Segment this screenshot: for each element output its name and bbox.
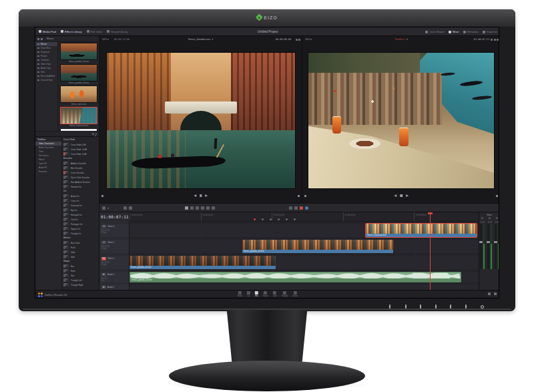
video-track-header[interactable]: V2 Video 2 1 Clip: [100, 240, 129, 253]
volume-fader[interactable]: [480, 224, 482, 269]
effect-item[interactable]: Arrow Iris: [63, 194, 98, 198]
media-clip[interactable]: Venice_spritz.mov: [60, 85, 97, 106]
effect-item[interactable]: Blur Dissolve: [63, 166, 98, 170]
search-icon[interactable]: [92, 133, 94, 135]
step-back-button[interactable]: [194, 194, 196, 197]
mixer-strip[interactable]: A1: [480, 218, 485, 269]
timeline-marker[interactable]: [270, 218, 272, 220]
panel-toggle-button[interactable]: Media Pool: [39, 30, 56, 33]
timeline-marker[interactable]: [262, 218, 264, 220]
effect-item[interactable]: Cross Fade +3 dB: [63, 147, 98, 152]
track-badge[interactable]: V3: [101, 225, 106, 228]
effect-item[interactable]: Additive Dissolve: [63, 161, 98, 166]
effect-item[interactable]: Split: [63, 254, 98, 259]
viewer-zoom-select[interactable]: 50%: [102, 38, 109, 41]
effect-item[interactable]: Barn Door: [63, 240, 98, 245]
fader-handle[interactable]: [494, 241, 497, 243]
play-button[interactable]: [205, 194, 208, 197]
replace-clip-icon[interactable]: [212, 206, 215, 210]
video-track-header[interactable]: V1 Video 1 1 Clip: [100, 256, 129, 269]
timeline-tracks-area[interactable]: 01:00:00:0001:00:02:0001:00:04:0001:00:0…: [129, 212, 479, 290]
snapping-icon[interactable]: [289, 206, 292, 210]
media-clip[interactable]: Venice_gondola_02.mov: [60, 64, 97, 84]
page-button[interactable]: Fairlight: [282, 291, 288, 297]
audio-track-header[interactable]: A2 Audio 2 2.0: [100, 284, 129, 290]
timeline-clip-v1[interactable]: Venice_gondola_01.mov: [129, 256, 276, 269]
marker-icon[interactable]: [305, 206, 308, 210]
timeline-marker[interactable]: [254, 218, 256, 220]
media-clip[interactable]: Venice_gondola_01.mov: [60, 43, 97, 63]
toolbox-item[interactable]: Favorites: [35, 170, 61, 174]
effect-item[interactable]: Dip to Color Dissolve: [63, 175, 98, 180]
in-point-icon[interactable]: [101, 195, 103, 197]
project-settings-icon[interactable]: [494, 292, 497, 295]
viewer-zoom-select[interactable]: 50%: [305, 38, 312, 41]
timeline-clip-v3[interactable]: Venice_restaurant.mov: [366, 224, 477, 237]
effect-item[interactable]: Cross Fade -3 dB: [63, 152, 98, 156]
audio-track-header[interactable]: A1 Audio 1 2.0: [100, 272, 129, 282]
panel-toggle-button[interactable]: Inspector: [483, 30, 497, 33]
effect-item[interactable]: Triangle Left: [63, 278, 98, 282]
effect-item[interactable]: Box: [63, 264, 98, 268]
video-track-header[interactable]: V3 Video 3 1 Clip: [100, 224, 129, 237]
mixer-strip[interactable]: A2: [487, 218, 493, 269]
volume-fader[interactable]: [487, 224, 489, 269]
project-manager-icon[interactable]: [488, 292, 491, 295]
panel-toggle-button[interactable]: Sound Library: [107, 30, 127, 33]
source-video-image[interactable]: [106, 52, 296, 189]
stop-button[interactable]: [200, 194, 202, 197]
effect-item[interactable]: Cross Fade 0 dB: [63, 142, 98, 147]
panel-toggle-button[interactable]: Metadata: [463, 30, 479, 33]
panel-toggle-button[interactable]: Quick Export: [425, 30, 445, 33]
trim-edit-mode-icon[interactable]: [190, 206, 194, 210]
stop-button[interactable]: [400, 194, 403, 197]
effect-item[interactable]: Square Iris: [63, 226, 98, 231]
page-button[interactable]: Media: [238, 291, 242, 297]
out-point-icon[interactable]: [496, 195, 498, 197]
effect-item[interactable]: Heart: [63, 268, 98, 273]
timeline-marker[interactable]: [286, 218, 288, 220]
timeline-marker[interactable]: [278, 218, 280, 220]
effect-item[interactable]: Push: [63, 245, 98, 250]
effect-item[interactable]: Diamond Iris: [63, 203, 98, 208]
viewer-clip-select[interactable]: Venice_Gondola.mov: [188, 38, 213, 41]
effect-item[interactable]: Slide: [63, 250, 98, 254]
linked-selection-icon[interactable]: [294, 206, 298, 210]
effect-item[interactable]: Pentagon Iris: [63, 222, 98, 226]
full-extent-icon[interactable]: [129, 206, 132, 210]
effect-item[interactable]: Hexagon Iris: [63, 212, 98, 217]
effect-item[interactable]: Cross Iris: [63, 198, 98, 203]
step-back-button[interactable]: [394, 194, 396, 197]
media-clip[interactable]: Venice_restaurant.mov: [60, 107, 97, 127]
effect-item[interactable]: Smooth Cut: [63, 184, 98, 189]
fader-handle[interactable]: [479, 241, 483, 243]
effect-item[interactable]: Cross Dissolve: [63, 170, 98, 175]
effect-item[interactable]: Non-Additive Dissolve: [63, 180, 98, 184]
playhead[interactable]: [430, 212, 431, 290]
page-button[interactable]: Color: [273, 291, 277, 297]
timeline-clip-v2[interactable]: Venice_gondola_02.mov: [242, 240, 393, 253]
volume-fader[interactable]: [495, 224, 497, 269]
track-badge[interactable]: A2: [101, 286, 106, 289]
effect-item[interactable]: Star: [63, 273, 98, 278]
in-point-icon[interactable]: [304, 195, 306, 197]
dual-timeline-icon[interactable]: [123, 206, 127, 210]
grid-view-icon[interactable]: [37, 38, 39, 40]
page-button[interactable]: Edit: [255, 291, 258, 297]
track-badge[interactable]: V1: [101, 257, 106, 260]
track-badge[interactable]: V2: [101, 241, 106, 244]
timeline-view-options-icon[interactable]: [102, 206, 105, 210]
page-button[interactable]: Fusion: [263, 291, 268, 297]
flag-icon[interactable]: [300, 206, 303, 210]
media-pool-search[interactable]: [35, 131, 99, 136]
mixer-strip[interactable]: M1: [495, 218, 500, 269]
timeline-marker[interactable]: [294, 218, 296, 220]
play-button[interactable]: [406, 194, 409, 197]
effect-item[interactable]: Triangle Right: [63, 282, 98, 287]
viewer-mode-buttons[interactable]: [491, 39, 499, 41]
panel-toggle-button[interactable]: Mixer: [449, 30, 459, 33]
list-view-icon[interactable]: [41, 38, 43, 40]
fader-handle[interactable]: [487, 241, 490, 243]
selection-mode-icon[interactable]: [185, 206, 188, 210]
effect-item[interactable]: Triangle Iris: [63, 231, 98, 236]
